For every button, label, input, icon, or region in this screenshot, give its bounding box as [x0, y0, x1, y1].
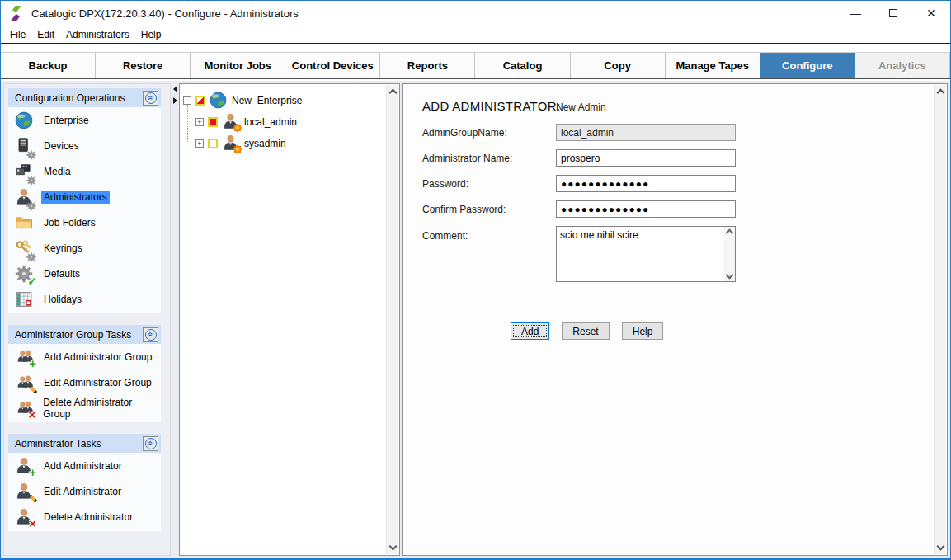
- sidebar-item-keyrings[interactable]: Keyrings: [8, 235, 161, 261]
- sidebar-item-delete-administrator-group[interactable]: × Delete Administrator Group: [8, 395, 161, 421]
- enterprise-globe-icon: [210, 92, 228, 110]
- enterprise-globe-icon: [14, 111, 34, 130]
- scroll-up-icon[interactable]: [725, 229, 733, 238]
- tab-backup[interactable]: Backup: [1, 53, 96, 78]
- expand-node-icon[interactable]: +: [195, 118, 204, 126]
- tristate-checkbox-partial[interactable]: [195, 96, 205, 106]
- tree-node-label[interactable]: sysadmin: [244, 138, 286, 149]
- collapse-section-button[interactable]: «: [143, 436, 158, 451]
- window-title: Catalogic DPX(172.20.3.40) - Configure -…: [31, 7, 299, 20]
- comment-scrollbar[interactable]: [723, 227, 735, 281]
- sidebar-item-job-folders[interactable]: Job Folders: [8, 209, 161, 235]
- collapse-left-icon[interactable]: [173, 86, 177, 92]
- delete-admin-group-icon: ×: [14, 398, 33, 418]
- close-button[interactable]: ×: [912, 1, 950, 26]
- form-heading: ADD ADMINISTRATOR:: [422, 99, 560, 113]
- tab-copy[interactable]: Copy: [571, 53, 666, 78]
- x-icon: ×: [29, 517, 36, 529]
- gear-icon: [26, 175, 36, 185]
- sidebar-item-media[interactable]: Media: [8, 158, 161, 184]
- sidebar-item-holidays[interactable]: Holidays: [8, 286, 161, 312]
- administrator-name-field[interactable]: [556, 149, 736, 167]
- defaults-icon: ✓: [14, 264, 34, 284]
- expand-right-icon[interactable]: [173, 97, 177, 104]
- admin-starburst-icon: [222, 134, 240, 153]
- edit-admin-group-icon: [14, 373, 34, 393]
- sidebar-item-administrators[interactable]: Administrators: [8, 184, 161, 209]
- password-field[interactable]: [556, 175, 736, 192]
- tab-control-devices[interactable]: Control Devices: [285, 53, 380, 78]
- sidebar-item-add-administrator[interactable]: + Add Administrator: [8, 453, 161, 478]
- collapse-section-button[interactable]: «: [143, 91, 158, 106]
- administrator-name-label: Administrator Name:: [422, 153, 512, 164]
- add-administrator-panel: ADD ADMINISTRATOR: New Admin AdminGroupN…: [402, 83, 948, 556]
- tree-node-sysadmin[interactable]: + sysadmin: [183, 133, 398, 154]
- menu-administrators[interactable]: Administrators: [60, 26, 135, 43]
- form-subheading: New Admin: [556, 101, 606, 113]
- tab-configure[interactable]: Configure: [760, 53, 855, 78]
- pencil-icon: [29, 494, 38, 503]
- media-icon: [14, 162, 34, 181]
- collapse-node-icon[interactable]: -: [183, 96, 191, 105]
- section-title: Administrator Tasks: [15, 438, 101, 449]
- sidebar-item-devices[interactable]: Devices: [8, 133, 161, 158]
- title-bar: Catalogic DPX(172.20.3.40) - Configure -…: [1, 1, 950, 26]
- add-admin-group-icon: +: [14, 347, 34, 367]
- tristate-checkbox-unchecked[interactable]: [208, 139, 218, 148]
- x-icon: ×: [28, 408, 35, 421]
- job-folders-icon: [14, 213, 34, 233]
- collapse-section-button[interactable]: «: [143, 327, 158, 342]
- add-button[interactable]: Add: [511, 322, 549, 340]
- comment-field[interactable]: scio me nihil scire: [557, 227, 723, 281]
- sidebar-item-edit-administrator-group[interactable]: Edit Administrator Group: [8, 369, 161, 395]
- admin-group-name-label: AdminGroupName:: [422, 127, 507, 139]
- admin-starburst-icon: [222, 113, 240, 131]
- scroll-down-icon[interactable]: [726, 271, 734, 280]
- keyrings-icon: [14, 238, 34, 258]
- pencil-icon: [29, 385, 38, 394]
- scroll-down-icon[interactable]: [389, 543, 398, 551]
- sidebar-item-edit-administrator[interactable]: Edit Administrator: [8, 478, 161, 504]
- tristate-checkbox-checked[interactable]: [208, 117, 218, 127]
- gear-icon: [26, 252, 36, 261]
- maximize-button[interactable]: [874, 1, 912, 26]
- tab-manage-tapes[interactable]: Manage Tapes: [666, 53, 760, 78]
- add-admin-icon: +: [14, 456, 34, 476]
- section-header-administrator-group-tasks: Administrator Group Tasks «: [8, 325, 161, 344]
- sidebar-item-add-administrator-group[interactable]: + Add Administrator Group: [8, 344, 161, 369]
- enterprise-tree: - New_Enterprise + local_admin +: [180, 84, 399, 154]
- password-label: Password:: [422, 178, 468, 190]
- tree-node-new-enterprise[interactable]: - New_Enterprise: [183, 90, 398, 111]
- form-scrollbar[interactable]: [934, 85, 946, 554]
- check-icon: ✓: [27, 275, 37, 287]
- scroll-up-icon[interactable]: [936, 89, 944, 97]
- expand-node-icon[interactable]: +: [195, 139, 204, 148]
- minimize-button[interactable]: —: [836, 1, 874, 26]
- menu-help[interactable]: Help: [135, 26, 167, 43]
- tab-analytics[interactable]: Analytics: [855, 53, 950, 78]
- admin-group-name-field[interactable]: [556, 124, 736, 141]
- tree-node-label[interactable]: local_admin: [244, 116, 297, 128]
- tab-catalog[interactable]: Catalog: [475, 53, 570, 78]
- sidebar-item-enterprise[interactable]: Enterprise: [8, 107, 161, 133]
- tree-node-label[interactable]: New_Enterprise: [232, 95, 302, 106]
- comment-label: Comment:: [422, 230, 468, 242]
- tab-reports[interactable]: Reports: [380, 53, 475, 78]
- tree-node-local-admin[interactable]: + local_admin: [183, 111, 398, 133]
- confirm-password-field[interactable]: [556, 200, 736, 218]
- tab-restore[interactable]: Restore: [96, 53, 191, 78]
- holidays-icon: [14, 289, 34, 309]
- scroll-down-icon[interactable]: [937, 543, 945, 551]
- sidebar-item-delete-administrator[interactable]: × Delete Administrator: [8, 504, 161, 529]
- sidebar-item-defaults[interactable]: ✓ Defaults: [8, 261, 161, 286]
- reset-button[interactable]: Reset: [562, 322, 609, 340]
- menu-edit[interactable]: Edit: [31, 26, 60, 43]
- chevron-double-up-icon: «: [145, 438, 157, 449]
- tab-monitor-jobs[interactable]: Monitor Jobs: [191, 53, 285, 78]
- menu-file[interactable]: File: [4, 26, 31, 43]
- section-title: Configuration Operations: [15, 92, 125, 104]
- section-header-administrator-tasks: Administrator Tasks «: [8, 434, 161, 453]
- help-button[interactable]: Help: [622, 322, 664, 340]
- tree-scrollbar[interactable]: [386, 85, 398, 554]
- sidebar-splitter[interactable]: [172, 83, 179, 556]
